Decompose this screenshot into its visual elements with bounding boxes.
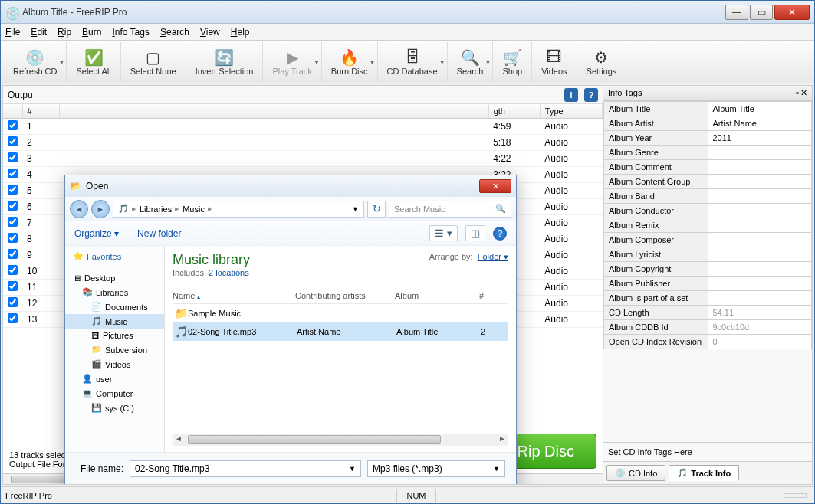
tree-node-desktop[interactable]: 🖥Desktop bbox=[65, 271, 164, 285]
info-button-2[interactable]: ? bbox=[584, 88, 598, 102]
tree-node-libraries[interactable]: 📚Libraries bbox=[65, 285, 164, 299]
preview-pane-button[interactable]: ◫ bbox=[465, 225, 485, 241]
toolbar: 💿Refresh CD▼✅Select All▢Select None🔄Inve… bbox=[1, 41, 814, 83]
info-tag-row[interactable]: CD Length54.11 bbox=[604, 306, 812, 320]
track-checkbox[interactable] bbox=[8, 297, 18, 307]
info-tag-row[interactable]: Album CDDB Id9c0cb10d bbox=[604, 320, 812, 335]
close-button[interactable]: ✕ bbox=[774, 5, 810, 20]
view-mode-button[interactable]: ☰ ▾ bbox=[429, 225, 458, 241]
nav-forward-button[interactable]: ► bbox=[91, 200, 110, 218]
tree-node-pictures[interactable]: 🖼Pictures bbox=[65, 329, 164, 342]
track-checkbox[interactable] bbox=[8, 120, 18, 130]
file-type-filter[interactable]: Mp3 files (*.mp3)▼ bbox=[367, 460, 505, 477]
track-row[interactable]: 25:18Audio bbox=[3, 135, 603, 151]
info-tag-row[interactable]: Album Conductor bbox=[604, 204, 812, 218]
file-list[interactable]: 📁Sample Music🎵02-Song Title.mp3Artist Na… bbox=[173, 304, 508, 434]
info-tag-row[interactable]: Album Comment bbox=[604, 160, 812, 175]
track-checkbox[interactable] bbox=[8, 169, 18, 178]
filename-input[interactable]: 02-Song Title.mp3 ▼ bbox=[130, 460, 361, 477]
tree-node-subversion[interactable]: 📁Subversion bbox=[65, 342, 164, 357]
info-tag-row[interactable]: Album Copyright bbox=[604, 262, 812, 277]
breadcrumb[interactable]: 🎵 ▸ Libraries ▸ Music ▸ ▼ bbox=[113, 201, 364, 218]
info-tag-row[interactable]: Album Publisher bbox=[604, 277, 812, 291]
search-input[interactable]: Search Music 🔍 bbox=[389, 201, 511, 218]
track-checkbox[interactable] bbox=[8, 136, 18, 146]
tab-track-info[interactable]: 🎵Track Info bbox=[669, 465, 739, 481]
track-checkbox[interactable] bbox=[8, 185, 18, 195]
nav-back-button[interactable]: ◄ bbox=[70, 200, 88, 218]
tree-node-music[interactable]: 🎵Music bbox=[65, 314, 164, 329]
track-row[interactable]: 14:59Audio bbox=[3, 119, 603, 135]
tree-node-favorites[interactable]: ⭐Favorites bbox=[65, 249, 164, 263]
info-tag-row[interactable]: Open CD Index Revision0 bbox=[604, 335, 812, 349]
track-checkbox[interactable] bbox=[8, 152, 18, 162]
arrange-by[interactable]: Arrange by: Folder ▾ bbox=[429, 252, 508, 282]
info-tags-table[interactable]: Album TitleAlbum TitleAlbum ArtistArtist… bbox=[603, 101, 812, 442]
refresh-button[interactable]: ↻ bbox=[367, 201, 386, 218]
toolbar-cd-database[interactable]: 🗄CD Database▼ bbox=[378, 42, 448, 81]
info-tag-row[interactable]: Album Year2011 bbox=[604, 131, 812, 146]
pane-close-icon[interactable]: ✕ bbox=[800, 88, 807, 98]
info-tag-row[interactable]: Album is part of a set bbox=[604, 291, 812, 306]
menu-view[interactable]: View bbox=[200, 27, 220, 38]
col-length[interactable]: gth bbox=[488, 104, 540, 119]
toolbar-search[interactable]: 🔍Search▼ bbox=[448, 42, 494, 81]
info-tag-row[interactable]: Album ArtistArtist Name bbox=[604, 116, 812, 131]
info-tag-row[interactable]: Album TitleAlbum Title bbox=[604, 102, 812, 116]
file-row[interactable]: 🎵02-Song Title.mp3Artist NameAlbum Title… bbox=[173, 322, 508, 341]
file-row[interactable]: 📁Sample Music bbox=[173, 304, 508, 322]
toolbar-select-all[interactable]: ✅Select All bbox=[67, 42, 120, 81]
track-checkbox[interactable] bbox=[8, 281, 18, 291]
toolbar-burn-disc[interactable]: 🔥Burn Disc▼ bbox=[322, 42, 378, 81]
tree-node-videos[interactable]: 🎬Videos bbox=[65, 357, 164, 371]
titlebar: 💿 Album Title - FreeRIP Pro — ▭ ✕ bbox=[1, 1, 814, 24]
menu-help[interactable]: Help bbox=[231, 27, 250, 38]
info-tag-row[interactable]: Album Content Group bbox=[604, 175, 812, 189]
tab-cd-info[interactable]: 💿CD Info bbox=[606, 465, 665, 481]
organize-button[interactable]: Organize ▾ bbox=[74, 228, 119, 239]
maximize-button[interactable]: ▭ bbox=[750, 5, 773, 20]
track-row[interactable]: 34:22Audio bbox=[3, 151, 603, 167]
info-tag-row[interactable]: Album Remix bbox=[604, 218, 812, 233]
col-num[interactable]: # bbox=[22, 104, 59, 119]
track-checkbox[interactable] bbox=[8, 217, 18, 227]
toolbar-play-track[interactable]: ▶Play Track▼ bbox=[263, 42, 321, 81]
info-tag-row[interactable]: Album Genre bbox=[604, 146, 812, 160]
track-checkbox[interactable] bbox=[8, 201, 18, 211]
file-scrollbar[interactable]: ◄ ► bbox=[173, 434, 508, 446]
toolbar-invert-selection[interactable]: 🔄Invert Selection bbox=[186, 42, 264, 81]
menu-edit[interactable]: Edit bbox=[31, 27, 47, 38]
folder-tree[interactable]: ⭐Favorites🖥Desktop📚Libraries📄Documents🎵M… bbox=[65, 246, 165, 452]
chevron-down-icon[interactable]: ▼ bbox=[352, 205, 359, 213]
toolbar-videos[interactable]: 🎞Videos bbox=[532, 42, 577, 81]
toolbar-settings[interactable]: ⚙Settings bbox=[577, 42, 626, 81]
menu-rip[interactable]: Rip bbox=[58, 27, 71, 38]
info-tag-row[interactable]: Album Band bbox=[604, 189, 812, 204]
toolbar-refresh-cd[interactable]: 💿Refresh CD▼ bbox=[4, 42, 67, 81]
info-tag-row[interactable]: Album Lyricist bbox=[604, 247, 812, 262]
tree-node-user[interactable]: 👤user bbox=[65, 371, 164, 386]
tree-node-documents[interactable]: 📄Documents bbox=[65, 299, 164, 314]
tree-node-computer[interactable]: 💻Computer bbox=[65, 386, 164, 401]
status-num: NUM bbox=[396, 489, 435, 502]
toolbar-shop[interactable]: 🛒Shop bbox=[493, 42, 532, 81]
col-type[interactable]: Type bbox=[540, 104, 602, 119]
info-button-1[interactable]: i bbox=[564, 88, 578, 102]
menu-burn[interactable]: Burn bbox=[82, 27, 101, 38]
menu-info-tags[interactable]: Info Tags bbox=[112, 27, 150, 38]
file-list-header[interactable]: Name▴ Contributing artists Album # bbox=[173, 288, 508, 304]
toolbar-select-none[interactable]: ▢Select None bbox=[121, 42, 186, 81]
track-checkbox[interactable] bbox=[8, 313, 18, 323]
help-icon[interactable]: ? bbox=[493, 227, 507, 241]
new-folder-button[interactable]: New folder bbox=[137, 228, 181, 239]
track-checkbox[interactable] bbox=[8, 233, 18, 243]
menu-search[interactable]: Search bbox=[160, 27, 189, 38]
minimize-button[interactable]: — bbox=[725, 5, 748, 20]
tree-node-sys--c--[interactable]: 💾sys (C:) bbox=[65, 401, 164, 415]
info-tag-row[interactable]: Album Composer bbox=[604, 233, 812, 247]
menu-file[interactable]: File bbox=[5, 27, 20, 38]
track-checkbox[interactable] bbox=[8, 249, 18, 259]
track-checkbox[interactable] bbox=[8, 265, 18, 275]
pane-detach-icon[interactable]: ▫ bbox=[796, 88, 799, 98]
dialog-close-button[interactable]: ✕ bbox=[479, 179, 511, 193]
